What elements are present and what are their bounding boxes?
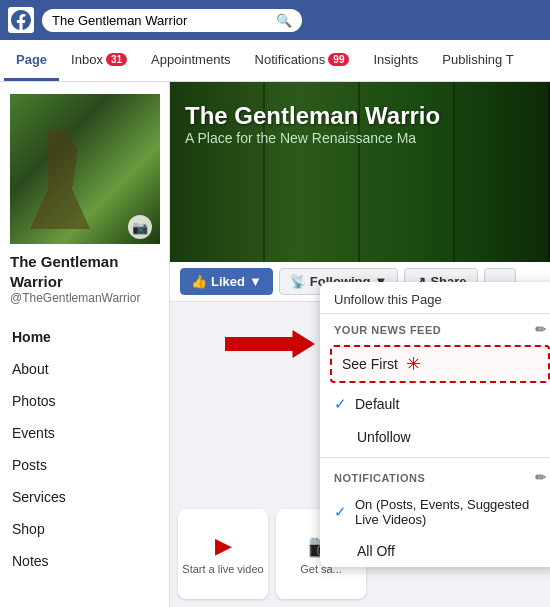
dropdown-all-off[interactable]: All Off — [320, 535, 550, 567]
inbox-badge: 31 — [106, 53, 127, 66]
dropdown-default[interactable]: ✓ Default — [320, 387, 550, 421]
search-input[interactable] — [52, 13, 270, 28]
page-name: The Gentleman Warrior — [10, 252, 159, 291]
chevron-down-icon: ▼ — [249, 274, 262, 289]
tab-publishing[interactable]: Publishing T — [430, 40, 525, 81]
dropdown-unfollow[interactable]: Unfollow — [320, 421, 550, 453]
dropdown-notifications-on[interactable]: ✓ On (Posts, Events, Suggested Live Vide… — [320, 489, 550, 535]
cover-title-block: The Gentleman Warrio A Place for the New… — [185, 102, 440, 146]
tab-insights[interactable]: Insights — [361, 40, 430, 81]
profile-image: 📷 — [10, 94, 160, 244]
search-icon: 🔍 — [276, 13, 292, 28]
arrow-indicator — [225, 330, 315, 358]
nav-tabs: Page Inbox 31 Appointments Notifications… — [0, 40, 550, 82]
liked-button[interactable]: 👍 Liked ▼ — [180, 268, 273, 295]
notifications-section-title: NOTIFICATIONS ✏ — [320, 462, 550, 489]
check-icon-2: ✓ — [334, 503, 347, 521]
news-feed-section-title: YOUR NEWS FEED ✏ — [320, 314, 550, 341]
tab-page[interactable]: Page — [4, 40, 59, 81]
edit-icon-2[interactable]: ✏ — [535, 470, 547, 485]
camera-icon[interactable]: 📷 — [128, 215, 152, 239]
sidebar-nav: Home About Photos Events Posts Services … — [0, 321, 169, 577]
top-bar: 🔍 — [0, 0, 550, 40]
tab-inbox[interactable]: Inbox 31 — [59, 40, 139, 81]
arrow-shape — [225, 330, 315, 358]
tab-notifications[interactable]: Notifications 99 — [243, 40, 362, 81]
page-handle: @TheGentlemanWarrior — [10, 291, 159, 305]
notifications-badge: 99 — [328, 53, 349, 66]
check-icon: ✓ — [334, 395, 347, 413]
sidebar: 📷 The Gentleman Warrior @TheGentlemanWar… — [0, 82, 170, 607]
sidebar-item-about[interactable]: About — [0, 353, 169, 385]
live-video-card[interactable]: ▶ Start a live video — [178, 509, 268, 599]
see-first-label: See First — [342, 356, 398, 372]
video-icon: ▶ — [215, 533, 232, 559]
content-area: The Gentleman Warrio A Place for the New… — [170, 82, 550, 607]
sidebar-item-photos[interactable]: Photos — [0, 385, 169, 417]
sidebar-item-notes[interactable]: Notes — [0, 545, 169, 577]
cover-photo: The Gentleman Warrio A Place for the New… — [170, 82, 550, 262]
search-bar[interactable]: 🔍 — [42, 9, 302, 32]
starburst-icon: ✳ — [406, 353, 421, 375]
sidebar-item-home[interactable]: Home — [0, 321, 169, 353]
following-dropdown: Unfollow this Page YOUR NEWS FEED ✏ See … — [320, 282, 550, 567]
facebook-logo — [8, 7, 34, 33]
cover-page-subtitle: A Place for the New Renaissance Ma — [185, 130, 440, 146]
thumbs-up-icon: 👍 — [191, 274, 207, 289]
dropdown-see-first[interactable]: See First ✳ — [330, 345, 550, 383]
cover-page-name: The Gentleman Warrio — [185, 102, 440, 130]
main-layout: 📷 The Gentleman Warrior @TheGentlemanWar… — [0, 82, 550, 607]
dropdown-divider — [320, 457, 550, 458]
sidebar-item-services[interactable]: Services — [0, 481, 169, 513]
sidebar-item-events[interactable]: Events — [0, 417, 169, 449]
edit-icon[interactable]: ✏ — [535, 322, 547, 337]
rss-icon: 📡 — [290, 274, 306, 289]
sidebar-profile: 📷 The Gentleman Warrior @TheGentlemanWar… — [0, 82, 169, 313]
sidebar-item-shop[interactable]: Shop — [0, 513, 169, 545]
sidebar-item-posts[interactable]: Posts — [0, 449, 169, 481]
profile-figure — [30, 129, 90, 229]
dropdown-header: Unfollow this Page — [320, 282, 550, 314]
tab-appointments[interactable]: Appointments — [139, 40, 243, 81]
